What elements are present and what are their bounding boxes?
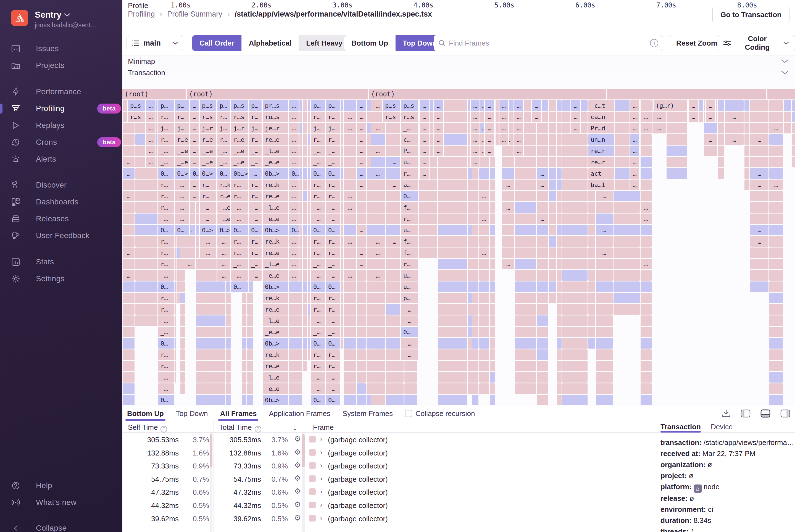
flame-frame[interactable]: _l…e: [263, 316, 288, 326]
flame-frame[interactable]: _…: [326, 372, 340, 383]
flame-frame[interactable]: [181, 361, 185, 371]
flame-frame[interactable]: r…: [311, 179, 325, 190]
flame-frame[interactable]: [588, 191, 595, 201]
flame-frame[interactable]: …: [357, 168, 366, 179]
flame-frame[interactable]: [490, 247, 495, 258]
flame-frame[interactable]: [596, 383, 613, 394]
flame-frame[interactable]: [438, 157, 467, 167]
flame-frame[interactable]: [718, 168, 724, 179]
flame-frame[interactable]: [472, 225, 478, 235]
flame-frame[interactable]: [196, 282, 225, 292]
flame-frame[interactable]: …: [289, 100, 299, 111]
flame-frame[interactable]: [357, 361, 365, 371]
flame-frame[interactable]: _…: [249, 213, 262, 224]
flame-frame[interactable]: [557, 349, 562, 360]
flame-frame[interactable]: [562, 383, 588, 394]
flame-frame[interactable]: …: [571, 112, 580, 122]
flame-frame[interactable]: [247, 338, 253, 348]
flame-frame[interactable]: [344, 225, 356, 235]
flame-frame[interactable]: [123, 179, 134, 190]
flame-frame[interactable]: …: [485, 100, 494, 111]
flame-frame[interactable]: 0…>: [200, 168, 216, 179]
flame-frame[interactable]: [490, 282, 495, 292]
flame-frame[interactable]: [303, 361, 307, 371]
flame-frame[interactable]: [769, 304, 783, 315]
flame-frame[interactable]: _…: [326, 146, 340, 156]
flame-frame[interactable]: [371, 349, 385, 360]
flame-frame[interactable]: [344, 247, 356, 258]
flame-frame[interactable]: p…s: [128, 100, 145, 111]
flame-frame[interactable]: [371, 383, 385, 394]
flame-frame[interactable]: …: [514, 146, 523, 156]
flame-frame[interactable]: [385, 191, 403, 201]
flame-frame[interactable]: …: [471, 123, 479, 133]
search-info-icon[interactable]: i: [650, 39, 658, 47]
flame-frame[interactable]: f…: [401, 247, 418, 258]
flame-frame[interactable]: _e…e: [263, 270, 288, 281]
flame-frame[interactable]: [641, 225, 651, 235]
flame-frame[interactable]: …: [357, 146, 366, 156]
sidebar-item-stats[interactable]: Stats: [0, 253, 122, 270]
flame-frame[interactable]: [750, 259, 769, 269]
flame-frame[interactable]: [557, 259, 562, 269]
flame-frame[interactable]: _…: [311, 270, 325, 281]
flame-frame[interactable]: [515, 225, 536, 235]
flame-frame[interactable]: r…: [175, 112, 189, 122]
flame-frame[interactable]: [641, 247, 651, 258]
flame-frame[interactable]: [769, 112, 783, 122]
flame-frame[interactable]: …: [537, 179, 548, 190]
flame-frame[interactable]: r…k: [217, 179, 230, 190]
flame-frame[interactable]: r…e: [200, 134, 216, 145]
flame-frame[interactable]: [490, 316, 495, 326]
flame-frame[interactable]: [404, 383, 417, 394]
flame-frame[interactable]: r…s: [231, 112, 248, 122]
flame-frame[interactable]: [357, 316, 365, 326]
flame-frame[interactable]: [718, 100, 724, 111]
flame-frame[interactable]: [357, 304, 365, 315]
flame-frame[interactable]: [472, 383, 478, 394]
flame-frame[interactable]: [303, 134, 307, 145]
flame-frame[interactable]: …: [190, 179, 198, 190]
flame-frame[interactable]: [769, 202, 783, 213]
flame-frame[interactable]: [385, 383, 403, 394]
flame-frame[interactable]: …: [471, 157, 479, 167]
flame-frame[interactable]: [784, 100, 791, 111]
flame-frame[interactable]: …: [123, 270, 134, 281]
sidebar-item-replays[interactable]: Replays: [0, 117, 122, 134]
sort-descending-icon[interactable]: ↓: [293, 423, 297, 432]
flame-frame[interactable]: _…e: [231, 157, 248, 167]
flame-frame[interactable]: [596, 395, 613, 405]
flame-frame[interactable]: [784, 123, 791, 133]
flame-frame[interactable]: [666, 123, 687, 133]
minimap-row[interactable]: Minimap: [122, 56, 795, 67]
gear-icon[interactable]: ⚙: [291, 448, 304, 457]
flame-frame[interactable]: …: [514, 100, 523, 111]
flame-frame[interactable]: [502, 236, 514, 247]
flame-frame[interactable]: _e…e: [263, 213, 288, 224]
flame-frame[interactable]: [472, 361, 478, 371]
flame-frame[interactable]: [123, 213, 134, 224]
sort-mode-call-order[interactable]: Call Order: [192, 35, 242, 51]
flame-frame[interactable]: [123, 123, 134, 133]
tab-system-frames[interactable]: System Frames: [342, 406, 393, 421]
sidebar-item-performance[interactable]: Performance: [0, 83, 122, 100]
flame-frame[interactable]: [718, 157, 724, 167]
flame-frame[interactable]: …: [471, 134, 479, 145]
layout-right-icon[interactable]: [780, 410, 790, 418]
flame-frame[interactable]: …: [217, 270, 230, 281]
flame-frame[interactable]: [641, 338, 651, 348]
flame-frame[interactable]: [557, 327, 562, 337]
expand-chevron-icon[interactable]: ›: [320, 449, 322, 456]
flame-frame[interactable]: …: [175, 202, 189, 213]
flame-frame[interactable]: _…: [249, 146, 262, 156]
flame-frame[interactable]: [562, 361, 588, 371]
flame-frame[interactable]: [515, 338, 536, 348]
flame-frame[interactable]: [303, 225, 307, 235]
flame-frame[interactable]: …: [357, 100, 366, 111]
flame-frame[interactable]: [769, 349, 783, 360]
collapse-recursion-toggle[interactable]: Collapse recursion: [405, 410, 475, 418]
flame-frame[interactable]: [303, 259, 307, 269]
flame-frame[interactable]: [613, 270, 640, 281]
reset-zoom-button[interactable]: Reset Zoom: [669, 35, 725, 51]
flame-frame[interactable]: j…: [217, 123, 230, 133]
